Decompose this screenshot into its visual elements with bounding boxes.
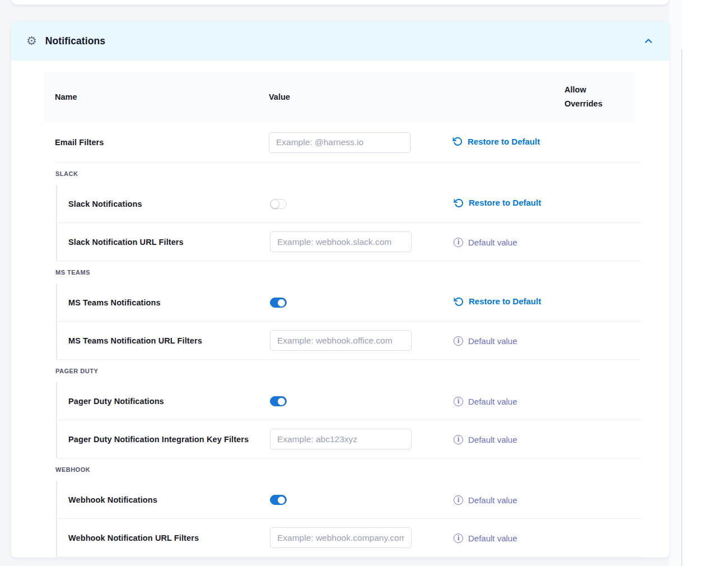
action-label: Restore to Default <box>469 296 541 306</box>
collapse-section-button[interactable] <box>641 34 656 48</box>
previous-section-card-edge <box>11 0 669 4</box>
restore-to-default-link[interactable]: Restore to Default <box>454 296 541 307</box>
default-value-indicator[interactable]: Default value <box>454 238 517 247</box>
webhook-notifications-toggle[interactable] <box>270 495 287 505</box>
table-header-row: Name Value Allow Overrides <box>44 72 634 122</box>
setting-label: Slack Notification URL Filters <box>57 238 270 247</box>
info-icon <box>454 336 463 346</box>
table-row-webhook-url-filters: Webhook Notification URL Filters Default… <box>57 519 641 557</box>
ms-teams-notifications-toggle[interactable] <box>270 298 287 308</box>
table-row-msteams-notifications: MS Teams Notifications <box>57 284 641 322</box>
setting-label: MS Teams Notifications <box>57 298 270 307</box>
panel-divider <box>682 49 682 566</box>
webhook-url-filters-input[interactable] <box>270 527 412 548</box>
group-webhook: Webhook Notifications Default value <box>56 481 641 557</box>
table-row-webhook-notifications: Webhook Notifications Default value <box>57 481 641 519</box>
action-label: Default value <box>468 238 517 247</box>
restore-icon <box>454 296 464 307</box>
action-label: Default value <box>468 435 517 444</box>
ms-teams-url-filters-input[interactable] <box>270 330 412 351</box>
info-icon <box>454 397 463 406</box>
setting-label: Slack Notifications <box>57 200 270 208</box>
info-icon <box>454 435 463 444</box>
default-value-indicator[interactable]: Default value <box>454 336 517 346</box>
default-value-indicator[interactable]: Default value <box>454 435 517 444</box>
group-slack: Slack Notifications <box>56 185 641 261</box>
info-icon <box>454 238 463 247</box>
restore-to-default-link[interactable]: Restore to Default <box>454 198 541 208</box>
action-label: Restore to Default <box>469 198 541 207</box>
setting-label: Email Filters <box>44 138 269 147</box>
group-ms-teams: MS Teams Notifications <box>56 284 641 360</box>
group-label-slack: SLACK <box>44 163 641 185</box>
toggle-knob <box>278 398 285 405</box>
column-header-value: Value <box>269 92 452 101</box>
default-value-indicator[interactable]: Default value <box>454 397 517 406</box>
gear-icon: ⚙ <box>26 35 37 47</box>
section-title: Notifications <box>45 35 105 47</box>
setting-label: MS Teams Notification URL Filters <box>57 336 270 345</box>
default-value-indicator[interactable]: Default value <box>454 495 517 505</box>
restore-icon <box>452 136 463 146</box>
group-label-webhook: WEBHOOK <box>44 458 641 481</box>
slack-notifications-toggle[interactable] <box>270 199 287 209</box>
action-label: Default value <box>468 533 517 543</box>
right-gutter <box>669 0 682 566</box>
slack-url-filters-input[interactable] <box>270 231 412 252</box>
default-value-indicator[interactable]: Default value <box>454 533 517 543</box>
settings-table: Name Value Allow Overrides Email Filters <box>44 72 641 557</box>
action-label: Restore to Default <box>468 137 540 146</box>
table-row-slack-url-filters: Slack Notification URL Filters Default v… <box>57 223 641 261</box>
restore-to-default-link[interactable]: Restore to Default <box>452 136 540 146</box>
table-row-pagerduty-notifications: Pager Duty Notifications Default value <box>57 382 641 420</box>
setting-label: Pager Duty Notifications <box>57 397 270 406</box>
pager-duty-key-filters-input[interactable] <box>270 429 412 449</box>
group-label-ms-teams: MS TEAMS <box>44 261 641 284</box>
info-icon <box>454 495 463 505</box>
action-label: Default value <box>468 336 517 346</box>
table-row-msteams-url-filters: MS Teams Notification URL Filters Defaul… <box>57 322 641 360</box>
toggle-knob <box>278 497 285 504</box>
chevron-up-icon <box>643 35 654 47</box>
pager-duty-notifications-toggle[interactable] <box>270 396 287 406</box>
table-row-slack-notifications: Slack Notifications <box>57 185 641 223</box>
settings-page: ⚙ Notifications Name Value Allow Overrid… <box>0 0 728 566</box>
table-row-email-filters: Email Filters Restore to Default <box>44 122 641 163</box>
group-pager-duty: Pager Duty Notifications Default value <box>56 382 641 458</box>
action-label: Default value <box>468 397 517 406</box>
toggle-knob <box>278 299 285 307</box>
action-label: Default value <box>468 495 517 505</box>
column-header-name: Name <box>44 92 269 101</box>
info-icon <box>454 533 463 543</box>
restore-icon <box>454 198 464 208</box>
setting-label: Webhook Notification URL Filters <box>57 533 270 542</box>
table-row-pagerduty-key-filters: Pager Duty Notification Integration Key … <box>57 420 641 458</box>
notifications-section-card: ⚙ Notifications Name Value Allow Overrid… <box>11 21 669 558</box>
notifications-section-header[interactable]: ⚙ Notifications <box>11 21 669 61</box>
toggle-knob <box>270 200 279 208</box>
setting-label: Pager Duty Notification Integration Key … <box>57 435 270 444</box>
setting-label: Webhook Notifications <box>57 495 270 504</box>
column-header-allow-overrides: Allow Overrides <box>564 83 616 111</box>
email-filters-input[interactable] <box>269 132 410 153</box>
group-label-pager-duty: PAGER DUTY <box>44 360 641 382</box>
